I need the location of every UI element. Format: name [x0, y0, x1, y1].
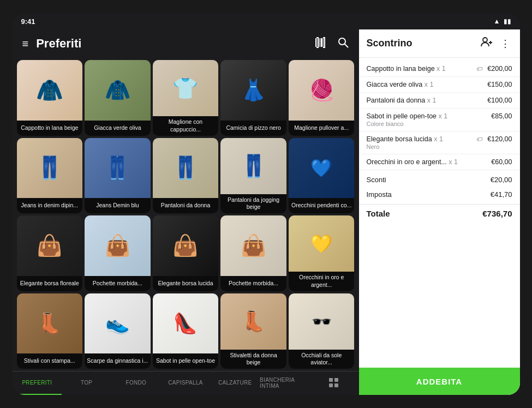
- status-icons: ▲ ▮▮: [494, 17, 511, 25]
- product-card-1[interactable]: 🧥 Cappotto in lana beige: [17, 60, 83, 136]
- product-card-2[interactable]: 🧥 Giacca verde oliva: [85, 60, 151, 136]
- menu-icon[interactable]: ≡: [20, 35, 31, 52]
- svg-rect-14: [334, 378, 338, 382]
- battery-icon: ▮▮: [504, 17, 511, 25]
- svg-line-12: [344, 44, 348, 47]
- receipt-item-price-4: €85,00: [491, 112, 512, 120]
- total-row: Totale €736,70: [359, 204, 520, 223]
- product-label-18: Sabot in pelle open-toe: [153, 353, 219, 369]
- product-label-3: Maglione con cappuccio...: [153, 116, 219, 135]
- svg-rect-8: [316, 47, 319, 48]
- product-image-1: 🧥: [17, 60, 83, 121]
- bottom-nav: PREFERITI TOP FONDO CAPISPALLA CALZATURE…: [13, 371, 359, 395]
- product-card-14[interactable]: 👜 Pochette morbida...: [220, 215, 286, 291]
- add-customer-icon[interactable]: [479, 34, 495, 52]
- product-card-4[interactable]: 👗 Camicia di pizzo nero: [220, 60, 286, 136]
- nav-preferiti[interactable]: PREFERITI: [13, 371, 62, 395]
- discounts-value: €20,00: [491, 176, 512, 184]
- tablet-frame: 9:41 ▲ ▮▮ ≡ Preferiti: [13, 13, 520, 395]
- receipt-item-price-6: €60,00: [491, 158, 512, 166]
- product-label-16: Stivali con stampa...: [17, 353, 83, 369]
- product-image-19: 👢: [220, 293, 286, 350]
- product-card-8[interactable]: 👖 Pantaloni da donna: [153, 138, 219, 214]
- receipt-header: Scontrino ⋮: [359, 29, 520, 58]
- app-header: ≡ Preferiti: [13, 29, 359, 58]
- nav-biancheria[interactable]: BIANCHERIA INTIMA: [260, 371, 309, 395]
- svg-rect-10: [323, 47, 325, 48]
- receipt-item-price-5: €120,00: [487, 135, 512, 143]
- product-card-6[interactable]: 👖 Jeans in denim dipin...: [17, 138, 83, 214]
- receipt-item-5[interactable]: Elegante borsa lucida x 1 🏷 €120,00 Nero: [359, 131, 520, 154]
- nav-top[interactable]: TOP: [62, 371, 111, 395]
- product-card-18[interactable]: 👠 Sabot in pelle open-toe: [153, 293, 219, 369]
- receipt-item-1[interactable]: Cappotto in lana beige x 1 🏷 €200,00: [359, 61, 520, 77]
- product-card-16[interactable]: 👢 Stivali con stampa...: [17, 293, 83, 369]
- product-label-6: Jeans in denim dipin...: [17, 198, 83, 213]
- product-label-4: Camicia di pizzo nero: [220, 121, 286, 136]
- product-card-17[interactable]: 👟 Scarpe da ginnastica i...: [85, 293, 151, 369]
- receipt-panel: Scontrino ⋮ Cappotto in lana beige x: [359, 29, 520, 395]
- product-image-7: 👖: [85, 138, 151, 199]
- receipt-item-name-3: Pantaloni da donna x 1: [367, 97, 485, 104]
- receipt-item-4[interactable]: Sabot in pelle open-toe x 1 €85,00 Color…: [359, 109, 520, 131]
- product-label-7: Jeans Demin blu: [85, 198, 151, 213]
- svg-rect-6: [324, 38, 325, 47]
- svg-rect-16: [334, 383, 338, 387]
- product-card-20[interactable]: 🕶️ Occhiali da sole aviator...: [289, 293, 355, 369]
- receipt-item-name-1: Cappotto in lana beige x 1: [367, 65, 477, 73]
- product-card-3[interactable]: 👕 Maglione con cappuccio...: [153, 60, 219, 136]
- main-area: ≡ Preferiti: [13, 29, 520, 395]
- total-value: €736,70: [482, 209, 512, 218]
- nav-capispalla[interactable]: CAPISPALLA: [161, 371, 211, 395]
- receipt-item-price-2: €150,00: [487, 81, 512, 88]
- product-image-20: 🕶️: [289, 293, 355, 350]
- product-image-8: 👖: [153, 138, 219, 199]
- status-time: 9:41: [21, 17, 35, 26]
- svg-rect-9: [323, 37, 325, 38]
- product-card-13[interactable]: 👜 Elegante borsa lucida: [153, 215, 219, 291]
- receipt-item-name-4: Sabot in pelle open-toe x 1: [367, 112, 488, 120]
- search-icon[interactable]: [335, 34, 351, 53]
- more-options-icon[interactable]: ⋮: [498, 35, 512, 52]
- receipt-item-sub-5: Nero: [367, 143, 512, 150]
- product-card-9[interactable]: 👖 Pantaloni da jogging beige: [220, 138, 286, 214]
- product-card-19[interactable]: 👢 Stivaletti da donna beige: [220, 293, 286, 369]
- product-card-15[interactable]: 💛 Orecchini in oro e argent...: [289, 215, 355, 291]
- status-bar: 9:41 ▲ ▮▮: [13, 13, 520, 29]
- product-card-7[interactable]: 👖 Jeans Demin blu: [85, 138, 151, 214]
- svg-rect-5: [323, 38, 324, 47]
- product-image-13: 👜: [153, 215, 219, 276]
- svg-rect-4: [321, 38, 322, 47]
- product-label-13: Elegante borsa lucida: [153, 276, 219, 291]
- product-image-16: 👢: [17, 293, 83, 354]
- charge-button-label: ADDEBITA: [416, 377, 462, 386]
- product-image-6: 👖: [17, 138, 83, 199]
- svg-point-11: [339, 38, 345, 45]
- product-label-20: Occhiali da sole aviator...: [289, 350, 355, 369]
- receipt-item-2[interactable]: Giacca verde oliva x 1 €150,00: [359, 77, 520, 93]
- svg-rect-13: [329, 378, 333, 382]
- product-card-5[interactable]: 🧶 Maglione pullover a...: [289, 60, 355, 136]
- product-label-14: Pochette morbida...: [220, 276, 286, 291]
- receipt-item-6[interactable]: Orecchini in oro e argent... x 1 €60,00: [359, 154, 520, 170]
- product-card-11[interactable]: 👜 Elegante borsa floreale: [17, 215, 83, 291]
- product-image-18: 👠: [153, 293, 219, 354]
- product-image-12: 👜: [85, 215, 151, 276]
- product-label-10: Orecchini pendenti co...: [289, 198, 355, 213]
- nav-grid-view[interactable]: [309, 371, 359, 395]
- receipt-item-3[interactable]: Pantaloni da donna x 1 €100,00: [359, 93, 520, 109]
- product-card-10[interactable]: 💙 Orecchini pendenti co...: [289, 138, 355, 214]
- tax-value: €41,70: [491, 190, 512, 199]
- nav-calzature[interactable]: CALZATURE: [210, 371, 260, 395]
- barcode-scan-icon[interactable]: [312, 34, 330, 54]
- wifi-icon: ▲: [494, 17, 500, 25]
- product-card-12[interactable]: 👜 Pochette morbida...: [85, 215, 151, 291]
- charge-button[interactable]: ADDEBITA: [359, 368, 520, 395]
- product-image-11: 👜: [17, 215, 83, 276]
- product-label-19: Stivaletti da donna beige: [220, 350, 286, 369]
- product-label-15: Orecchini in oro e argent...: [289, 272, 355, 291]
- nav-fondo[interactable]: FONDO: [111, 371, 161, 395]
- product-grid: 🧥 Cappotto in lana beige 🧥 Giacca verde …: [13, 58, 359, 371]
- product-image-15: 💛: [289, 215, 355, 272]
- left-panel: ≡ Preferiti: [13, 29, 359, 395]
